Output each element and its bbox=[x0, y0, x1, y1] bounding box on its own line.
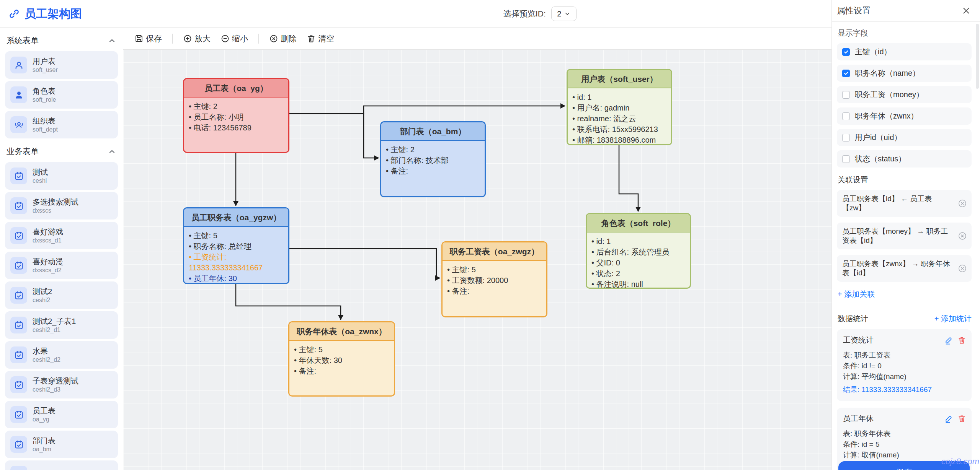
edit-icon[interactable] bbox=[944, 414, 953, 423]
remove-relation-icon[interactable] bbox=[958, 231, 967, 241]
chevron-up-icon[interactable] bbox=[108, 37, 116, 44]
sidebar-item-code: dxsscs bbox=[33, 207, 78, 215]
sidebar-item-title: 喜好动漫 bbox=[33, 257, 63, 267]
panel-title: 属性设置 bbox=[837, 5, 871, 16]
entity-oa_zwgz[interactable]: 职务工资表（oa_zwgz）• 主键: 5• 工资数额: 20000• 备注: bbox=[441, 241, 547, 317]
zoom-out-icon bbox=[220, 34, 230, 43]
stat-card: 员工年休表: 职务年休表条件: id = 5计算: 取值(name)结果: 30 bbox=[837, 408, 972, 470]
relation-text: 员工职务表【id】 ← 员工表【zw】 bbox=[842, 194, 955, 213]
checkbox-label: 主键（id） bbox=[855, 47, 892, 57]
entity-oa_zwnx[interactable]: 职务年休表（oa_zwnx）• 主键: 5• 年休天数: 30• 备注: bbox=[288, 321, 395, 397]
field-checkbox-row[interactable]: 职务工资（money） bbox=[837, 86, 972, 103]
sidebar-item-title: 组织表 bbox=[33, 116, 58, 126]
trash-icon[interactable] bbox=[957, 414, 966, 423]
entity-soft_user[interactable]: 用户表（soft_user）• id: 1• 用户名: gadmin• real… bbox=[567, 69, 672, 145]
panel-divider bbox=[837, 308, 972, 308]
checkbox[interactable] bbox=[842, 70, 850, 77]
relation-text: 员工职务表【zwnx】 → 职务年休表【id】 bbox=[842, 259, 955, 278]
trash-icon[interactable] bbox=[957, 336, 966, 345]
entity-field: • 状态: 2 bbox=[591, 268, 685, 279]
diagram-canvas: 员工表（oa_yg）• 主键: 2• 员工名称: 小明• 电话: 1234567… bbox=[123, 50, 831, 470]
checkbox[interactable] bbox=[842, 155, 850, 163]
stat-calc: 计算: 平均值(name) bbox=[843, 371, 966, 382]
checkbox-label: 状态（status） bbox=[855, 154, 906, 164]
edit-icon[interactable] bbox=[944, 336, 953, 345]
stat-table: 表: 职务工资表 bbox=[843, 350, 966, 361]
remove-relation-icon[interactable] bbox=[958, 199, 967, 208]
zoom-in-button[interactable]: 放大 bbox=[178, 33, 216, 44]
entity-field: • realname: 流之云 bbox=[572, 113, 666, 124]
entity-oa_yg[interactable]: 员工表（oa_yg）• 主键: 2• 员工名称: 小明• 电话: 1234567… bbox=[183, 78, 289, 153]
sidebar-item-soft_user[interactable]: 用户表soft_user bbox=[5, 51, 118, 79]
sidebar-item-ceshi[interactable]: 测试ceshi bbox=[5, 162, 118, 190]
zoom-in-label: 放大 bbox=[194, 33, 211, 44]
entity-field: • 邮箱: 1838188896.com bbox=[572, 135, 666, 145]
sidebar-item-ceshi2_d3[interactable]: 子表穿透测试ceshi2_d3 bbox=[5, 371, 118, 398]
entity-soft_role[interactable]: 角色表（soft_role）• id: 1• 后台组名: 系统管理员• 父ID:… bbox=[586, 213, 691, 289]
zoom-out-button[interactable]: 缩小 bbox=[216, 33, 253, 44]
sidebar-item-title: 水果 bbox=[33, 346, 60, 356]
chevron-up-icon[interactable] bbox=[108, 148, 116, 155]
add-relation-link[interactable]: + 添加关联 bbox=[838, 289, 875, 299]
app-title-group: 员工架构图 bbox=[8, 0, 82, 28]
properties-panel: 属性设置 显示字段 主键（id）职务名称（name）职务工资（money）职务年… bbox=[831, 0, 980, 470]
toolbar-divider bbox=[172, 34, 173, 44]
checkbox[interactable] bbox=[842, 91, 850, 99]
sidebar-item-code: ceshi bbox=[33, 177, 48, 185]
delete-button[interactable]: 删除 bbox=[264, 33, 302, 44]
entity-field: • 员工名称: 小明 bbox=[189, 112, 284, 122]
entity-field: • 工资数额: 20000 bbox=[447, 275, 542, 286]
sidebar-item-ceshi2_d1[interactable]: 测试2_子表1ceshi2_d1 bbox=[5, 311, 118, 339]
sidebar-item-code: soft_role bbox=[33, 96, 56, 104]
clear-button[interactable]: 清空 bbox=[302, 33, 339, 44]
sidebar-item-dxsscs_d1[interactable]: 喜好游戏dxsscs_d1 bbox=[5, 222, 118, 249]
sidebar-item-soft_role[interactable]: 角色表soft_role bbox=[5, 81, 118, 109]
sidebar-item-code: ceshi2_d2 bbox=[33, 356, 60, 364]
field-checkbox-row[interactable]: 状态（status） bbox=[837, 150, 972, 168]
checkbox[interactable] bbox=[842, 134, 850, 141]
link-icon bbox=[8, 8, 20, 20]
sidebar-item-ceshi2_d2[interactable]: 水果ceshi2_d2 bbox=[5, 341, 118, 369]
panel-scrollbar-thumb[interactable] bbox=[976, 24, 979, 89]
sidebar-item-title: 用户表 bbox=[33, 57, 58, 66]
save-label: 保存 bbox=[146, 33, 162, 44]
delete-icon bbox=[269, 34, 278, 43]
sidebar-item-title: 多选搜索测试 bbox=[33, 197, 78, 207]
entity-oa_ygzw[interactable]: 员工职务表（oa_ygzw）• 主键: 5• 职务名称: 总经理• 工资统计: … bbox=[183, 207, 289, 284]
panel-submit-button[interactable]: 保存 bbox=[838, 461, 970, 470]
entity-field: • 主键: 2 bbox=[189, 101, 284, 112]
save-button[interactable]: 保存 bbox=[129, 33, 167, 44]
form-icon bbox=[10, 466, 27, 470]
entity-title: 职务工资表（oa_zwgz） bbox=[443, 242, 546, 261]
close-icon[interactable] bbox=[962, 6, 971, 15]
preview-id-select[interactable]: 2 bbox=[551, 7, 577, 21]
sidebar-item-oa_yg[interactable]: 员工表oa_yg bbox=[5, 401, 118, 428]
field-checkbox-row[interactable]: 职务年休（zwnx） bbox=[837, 107, 972, 125]
sidebar-item-dxsscs[interactable]: 多选搜索测试dxsscs bbox=[5, 192, 118, 220]
sidebar-item-dxsscs_d2[interactable]: 喜好动漫dxsscs_d2 bbox=[5, 252, 118, 279]
stat-card: 工资统计表: 职务工资表条件: id != 0计算: 平均值(name)结果: … bbox=[837, 329, 972, 401]
form-icon bbox=[10, 406, 27, 423]
form-icon bbox=[10, 168, 27, 184]
form-icon bbox=[10, 197, 27, 214]
sidebar-item-code: ceshi2_d1 bbox=[33, 326, 76, 334]
add-stat-link[interactable]: + 添加统计 bbox=[934, 314, 972, 324]
sidebar-item-soft_dept[interactable]: 组织表soft_dept bbox=[5, 111, 118, 138]
form-icon bbox=[10, 317, 27, 333]
sidebar-item-员工职务表[interactable]: 员工职务表 bbox=[5, 460, 118, 470]
field-checkbox-row[interactable]: 职务名称（name） bbox=[837, 65, 972, 82]
remove-relation-icon[interactable] bbox=[958, 264, 967, 273]
sidebar-item-oa_bm[interactable]: 部门表oa_bm bbox=[5, 431, 118, 458]
checkbox[interactable] bbox=[842, 112, 850, 120]
checkbox[interactable] bbox=[842, 48, 850, 56]
field-checkbox-row[interactable]: 主键（id） bbox=[837, 43, 972, 60]
entity-field: • 备注: bbox=[447, 286, 542, 296]
display-fields-label: 显示字段 bbox=[838, 28, 972, 38]
sidebar-item-ceshi2[interactable]: 测试2ceshi2 bbox=[5, 281, 118, 309]
sidebar-item-code: soft_dept bbox=[33, 126, 58, 133]
entity-oa_bm[interactable]: 部门表（oa_bm）• 主键: 2• 部门名称: 技术部• 备注: bbox=[380, 121, 486, 197]
sidebar-item-title: 测试2_子表1 bbox=[33, 317, 76, 326]
preview-id-value: 2 bbox=[557, 10, 561, 18]
sidebar-item-code: oa_yg bbox=[33, 416, 56, 423]
field-checkbox-row[interactable]: 用户id（uid） bbox=[837, 129, 972, 146]
